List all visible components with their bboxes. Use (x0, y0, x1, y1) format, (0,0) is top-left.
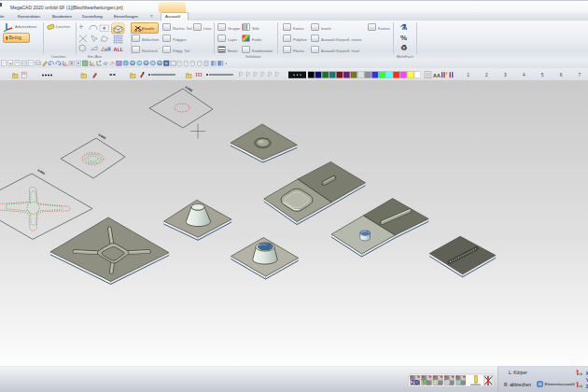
svg-text:!: ! (14, 74, 15, 77)
svg-text:7: 7 (579, 74, 581, 78)
svg-text:!: ! (132, 74, 133, 77)
svg-text:4: 4 (523, 74, 525, 78)
svg-text:♻: ♻ (400, 44, 407, 52)
svg-text:Elementauswahl: Elementauswahl (545, 382, 575, 386)
svg-text:!: ! (83, 74, 84, 77)
svg-text:1: 1 (467, 74, 469, 78)
svg-text:2D: 2D (411, 379, 419, 385)
svg-text:2: 2 (485, 74, 488, 78)
svg-text:3: 3 (504, 74, 507, 78)
svg-text:R: abbrechen: R: abbrechen (504, 383, 531, 387)
svg-text:C: C (456, 379, 461, 385)
svg-text:M: M (422, 379, 427, 385)
svg-text:P: P (433, 379, 438, 385)
svg-text:ALL: ALL (114, 47, 124, 52)
svg-text:5: 5 (541, 74, 544, 78)
svg-text:%: % (400, 34, 407, 42)
svg-text:AA: AA (433, 73, 441, 78)
svg-text:⚗: ⚗ (400, 23, 407, 32)
svg-text:!: ! (188, 74, 189, 77)
svg-text:6: 6 (560, 74, 563, 78)
svg-text:L: Körper: L: Körper (509, 371, 527, 375)
svg-text:O: O (445, 379, 451, 385)
